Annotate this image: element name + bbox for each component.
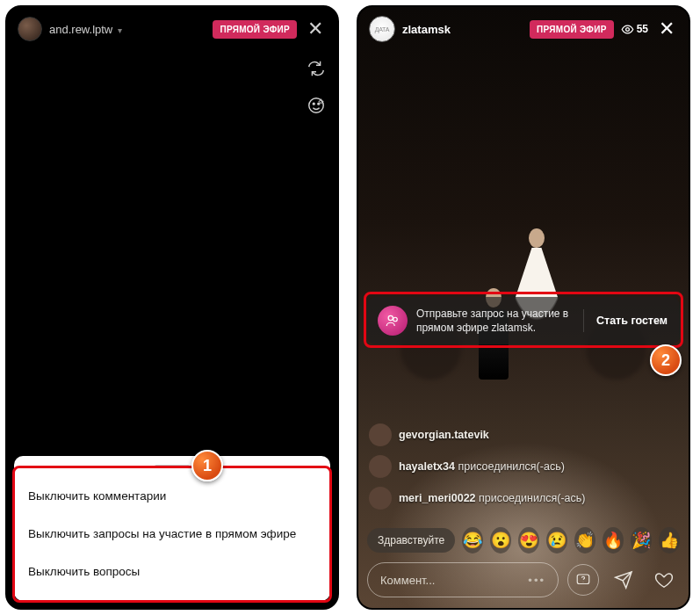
reaction-thumbsup[interactable]: 👍 bbox=[659, 527, 680, 554]
svg-point-3 bbox=[625, 27, 629, 31]
avatar bbox=[369, 455, 392, 478]
reaction-sad[interactable]: 😢 bbox=[546, 527, 567, 554]
host-side-controls bbox=[306, 58, 327, 116]
options-sheet: Выключить комментарии Выключить запросы … bbox=[14, 456, 330, 601]
comment-item[interactable]: gevorgian.tatevik bbox=[369, 423, 678, 446]
sheet-handle[interactable] bbox=[155, 465, 190, 468]
viewer-count[interactable]: 55 bbox=[621, 23, 648, 36]
stream-host-avatar[interactable]: ДАТА bbox=[369, 16, 395, 42]
face-filter-icon[interactable] bbox=[306, 95, 327, 116]
guest-request-text: Отправьте запрос на участие в прямом эфи… bbox=[416, 307, 574, 335]
comment-user: meri_meri0022 bbox=[399, 492, 476, 504]
svg-point-1 bbox=[313, 103, 314, 105]
option-disable-questions[interactable]: Выключить вопросы bbox=[26, 553, 318, 590]
eye-icon bbox=[621, 23, 634, 36]
more-icon[interactable]: ••• bbox=[528, 574, 545, 587]
live-badge: ПРЯМОЙ ЭФИР bbox=[213, 20, 297, 39]
live-badge: ПРЯМОЙ ЭФИР bbox=[530, 20, 614, 39]
option-disable-comments[interactable]: Выключить комментарии bbox=[26, 477, 318, 515]
host-username[interactable]: and.rew.lptw ▾ bbox=[49, 23, 122, 36]
viewer-count-value: 55 bbox=[637, 23, 648, 35]
comment-text: присоединился(-ась) bbox=[479, 492, 585, 504]
share-button[interactable] bbox=[608, 564, 639, 596]
composer: Коммент... ••• bbox=[367, 562, 680, 597]
comment-list: gevorgian.tatevik hayaletx34 присоединил… bbox=[369, 423, 678, 510]
stream-host-username[interactable]: zlatamsk bbox=[402, 23, 451, 36]
svg-point-4 bbox=[388, 315, 393, 320]
become-guest-button[interactable]: Стать гостем bbox=[583, 309, 669, 332]
svg-point-2 bbox=[318, 103, 320, 105]
comment-placeholder: Коммент... bbox=[380, 574, 435, 587]
svg-point-5 bbox=[393, 317, 398, 322]
viewer-header: ДАТА zlatamsk ПРЯМОЙ ЭФИР 55 ✕ bbox=[358, 7, 689, 51]
reaction-hearteyes[interactable]: 😍 bbox=[518, 527, 539, 554]
reaction-fire[interactable]: 🔥 bbox=[603, 527, 624, 554]
quick-reply-pill[interactable]: Здравствуйте bbox=[367, 528, 455, 553]
quick-replies: Здравствуйте 😂 😮 😍 😢 👏 🔥 🎉 👍 bbox=[367, 527, 680, 554]
reaction-laugh[interactable]: 😂 bbox=[462, 527, 483, 554]
close-icon[interactable]: ✕ bbox=[304, 16, 327, 42]
option-disable-join-requests[interactable]: Выключить запросы на участие в прямом эф… bbox=[26, 515, 318, 553]
host-username-text: and.rew.lptw bbox=[49, 23, 112, 36]
comment-text: присоединился(-ась) bbox=[458, 460, 564, 473]
comment-item[interactable]: hayaletx34 присоединился(-ась) bbox=[369, 455, 678, 478]
switch-camera-icon[interactable] bbox=[306, 58, 327, 79]
host-avatar[interactable] bbox=[18, 17, 42, 41]
host-phone: and.rew.lptw ▾ ПРЯМОЙ ЭФИР ✕ Выключить к… bbox=[5, 5, 339, 610]
comment-input[interactable]: Коммент... ••• bbox=[367, 562, 559, 597]
avatar bbox=[369, 423, 392, 446]
comment-item[interactable]: meri_meri0022 присоединился(-ась) bbox=[369, 487, 678, 510]
host-avatar-label: ДАТА bbox=[375, 26, 389, 33]
viewer-phone: ДАТА zlatamsk ПРЯМОЙ ЭФИР 55 ✕ Отправьте… bbox=[357, 5, 690, 610]
host-header: and.rew.lptw ▾ ПРЯМОЙ ЭФИР ✕ bbox=[7, 7, 337, 51]
guest-request-banner: Отправьте запрос на участие в прямом эфи… bbox=[367, 297, 680, 344]
comment-user: gevorgian.tatevik bbox=[399, 429, 489, 441]
guest-request-icon bbox=[378, 306, 408, 336]
reaction-party[interactable]: 🎉 bbox=[631, 527, 652, 554]
avatar bbox=[369, 487, 392, 510]
chevron-down-icon: ▾ bbox=[118, 25, 122, 35]
like-button[interactable] bbox=[648, 564, 680, 596]
questions-button[interactable] bbox=[567, 564, 599, 596]
reaction-clap[interactable]: 👏 bbox=[574, 527, 595, 554]
comment-user: hayaletx34 bbox=[399, 460, 455, 473]
close-icon[interactable]: ✕ bbox=[655, 16, 678, 42]
reaction-wow[interactable]: 😮 bbox=[490, 527, 511, 554]
